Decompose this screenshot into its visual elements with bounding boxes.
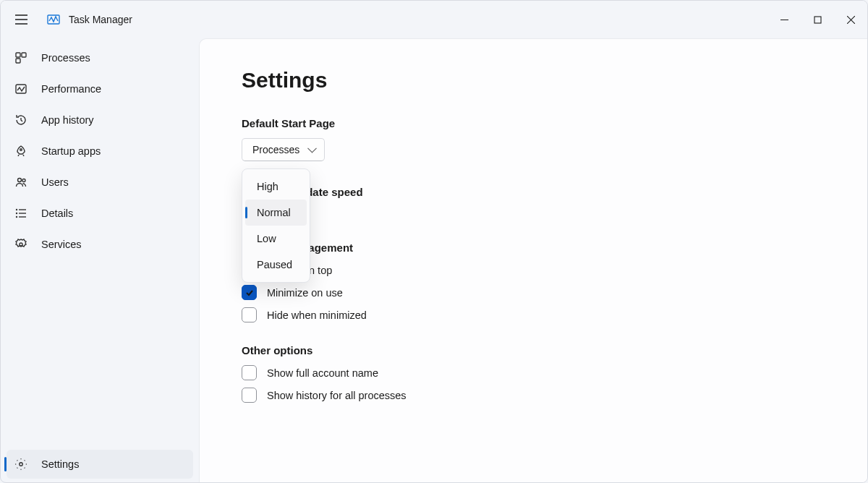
sidebar-label: Services	[41, 239, 82, 250]
show-history-all-checkbox[interactable]	[242, 388, 257, 403]
close-window-button[interactable]	[834, 8, 867, 31]
close-icon	[847, 16, 855, 24]
select-value: Processes	[252, 144, 299, 155]
sidebar-label: Users	[41, 176, 69, 188]
section-other-options: Other options	[242, 344, 825, 356]
hide-when-minimized-checkbox[interactable]	[242, 307, 257, 322]
sidebar-item-startup-apps[interactable]: Startup apps	[7, 137, 193, 166]
svg-line-13	[18, 155, 19, 156]
maximize-icon	[814, 16, 822, 24]
hamburger-button[interactable]	[7, 5, 35, 34]
sidebar-item-performance[interactable]: Performance	[7, 74, 193, 103]
maximize-window-button[interactable]	[801, 8, 834, 31]
app-logo-icon	[47, 13, 60, 26]
svg-rect-10	[16, 59, 20, 63]
svg-rect-9	[22, 53, 26, 57]
svg-rect-8	[16, 53, 20, 57]
checkbox-label: Minimize on use	[267, 287, 343, 299]
section-update-speed: Real time update speed	[242, 186, 825, 198]
dropdown-option-paused[interactable]: Paused	[245, 252, 307, 278]
section-window-management: Window management	[242, 241, 825, 254]
sidebar-item-users[interactable]: Users	[7, 168, 193, 197]
checkbox-row-show-full-account: Show full account name	[242, 365, 825, 380]
sidebar: Processes Performance App history Startu…	[1, 38, 199, 483]
gear-icon	[14, 457, 28, 471]
svg-rect-5	[814, 17, 821, 23]
hamburger-icon	[15, 14, 27, 25]
svg-point-18	[17, 213, 17, 214]
details-icon	[14, 206, 28, 221]
sidebar-label: Startup apps	[41, 145, 101, 157]
show-full-account-checkbox[interactable]	[242, 365, 257, 380]
sidebar-item-processes[interactable]: Processes	[7, 43, 193, 72]
checkbox-row-always-on-top: Always on top	[242, 262, 825, 278]
svg-point-23	[20, 243, 22, 246]
services-icon	[14, 237, 28, 252]
minimize-on-use-checkbox[interactable]	[242, 285, 257, 300]
users-icon	[14, 175, 28, 189]
svg-point-12	[20, 149, 22, 151]
sidebar-item-settings[interactable]: Settings	[7, 450, 193, 479]
sidebar-item-details[interactable]: Details	[7, 199, 193, 228]
sidebar-label: Details	[41, 208, 73, 219]
default-start-page-select[interactable]: Processes	[242, 138, 325, 161]
page-title: Settings	[242, 68, 825, 93]
sidebar-label: Performance	[41, 83, 101, 95]
main-content: Settings Default Start Page Processes Hi…	[199, 38, 867, 483]
processes-icon	[14, 51, 28, 65]
section-default-start-page: Default Start Page	[242, 117, 825, 129]
update-speed-dropdown: High Normal Low Paused	[242, 168, 310, 283]
svg-line-14	[23, 155, 24, 156]
svg-point-24	[20, 463, 22, 466]
dropdown-option-high[interactable]: High	[245, 174, 307, 200]
sidebar-item-app-history[interactable]: App history	[7, 106, 193, 134]
dropdown-option-low[interactable]: Low	[245, 226, 307, 252]
performance-icon	[14, 82, 28, 96]
sidebar-label: Settings	[41, 458, 79, 470]
dropdown-option-normal[interactable]: Normal	[245, 200, 307, 226]
app-title: Task Manager	[69, 14, 132, 25]
svg-point-19	[17, 217, 17, 218]
minimize-icon	[780, 16, 788, 24]
sidebar-label: Processes	[41, 52, 90, 64]
titlebar: Task Manager	[1, 1, 867, 38]
history-icon	[14, 113, 28, 127]
svg-point-17	[17, 210, 17, 210]
checkbox-label: Show full account name	[267, 367, 378, 379]
startup-icon	[14, 144, 28, 158]
checkbox-row-hide-when-minimized: Hide when minimized	[242, 307, 825, 322]
checkbox-row-show-history-all: Show history for all processes	[242, 388, 825, 403]
svg-point-16	[22, 179, 25, 182]
checkbox-label: Show history for all processes	[267, 390, 407, 401]
svg-point-15	[18, 179, 22, 182]
checkbox-row-minimize-on-use: Minimize on use	[242, 285, 825, 300]
minimize-window-button[interactable]	[767, 8, 801, 31]
sidebar-item-services[interactable]: Services	[7, 230, 193, 259]
checkbox-label: Hide when minimized	[267, 309, 367, 321]
sidebar-label: App history	[41, 114, 94, 126]
